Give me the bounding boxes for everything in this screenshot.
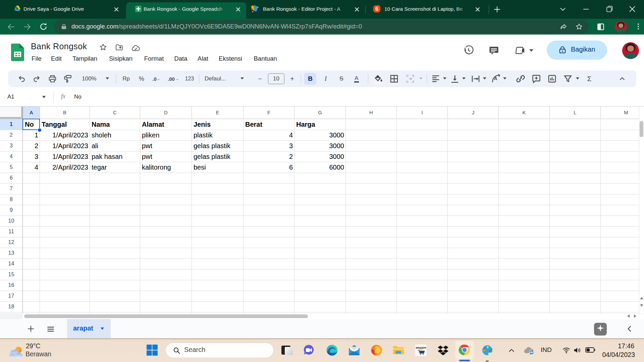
svg-text:amazon: amazon xyxy=(416,346,426,349)
svg-text:6: 6 xyxy=(375,6,378,12)
svg-text:A: A xyxy=(494,76,497,81)
